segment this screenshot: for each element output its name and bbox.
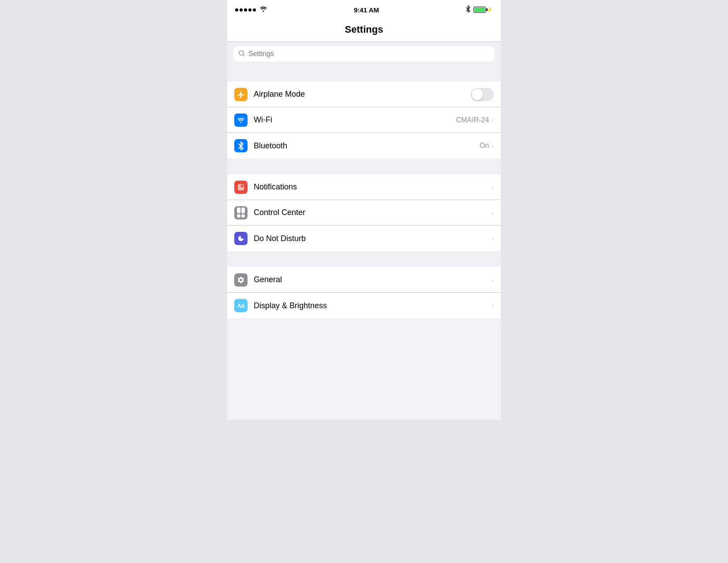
notifications-chevron: › <box>492 184 494 191</box>
search-bar[interactable] <box>233 46 495 61</box>
signal-dot-5 <box>253 8 256 11</box>
wifi-status-icon <box>259 6 267 14</box>
control-center-icon <box>234 206 248 219</box>
wifi-row[interactable]: Wi-Fi CMAIR-24 › <box>227 107 501 133</box>
signal-strength <box>235 8 256 11</box>
airplane-mode-icon <box>234 88 248 101</box>
bluetooth-chevron: › <box>492 142 494 149</box>
display-chevron: › <box>492 302 494 309</box>
signal-dot-4 <box>248 8 251 11</box>
section-gap-3 <box>227 251 501 267</box>
do-not-disturb-icon <box>234 232 248 245</box>
airplane-mode-row[interactable]: Airplane Mode <box>227 82 501 107</box>
general-chevron: › <box>492 276 494 283</box>
search-icon <box>239 50 245 58</box>
control-center-chevron: › <box>492 209 494 216</box>
page-title: Settings <box>227 24 501 35</box>
bluetooth-row[interactable]: Bluetooth On › <box>227 133 501 159</box>
do-not-disturb-chevron: › <box>492 235 494 242</box>
battery-icon <box>473 7 486 13</box>
svg-line-1 <box>243 55 244 56</box>
system-group: General › AA Display & Brightness › <box>227 267 501 318</box>
toggle-knob <box>472 89 483 100</box>
bluetooth-icon <box>234 139 248 152</box>
section-gap-2 <box>227 159 501 174</box>
wifi-label: Wi-Fi <box>254 115 456 125</box>
alerts-group: Notifications › Control Center › <box>227 174 501 251</box>
bluetooth-value: On <box>480 142 489 150</box>
signal-dot-2 <box>240 8 243 11</box>
notifications-row[interactable]: Notifications › <box>227 174 501 200</box>
wifi-icon <box>234 113 248 127</box>
display-row[interactable]: AA Display & Brightness › <box>227 293 501 318</box>
battery-indicator: ⚡ <box>473 7 493 13</box>
connectivity-group: Airplane Mode Wi-Fi CMAIR-24 › <box>227 82 501 159</box>
aa-text: AA <box>237 302 245 309</box>
wifi-chevron: › <box>492 117 494 124</box>
phone-frame: 9:41 AM ⚡ Settings <box>227 0 501 419</box>
airplane-mode-label: Airplane Mode <box>254 90 471 99</box>
section-gap-top <box>227 66 501 82</box>
notifications-label: Notifications <box>254 182 492 192</box>
general-icon <box>234 273 248 287</box>
bluetooth-status-icon <box>465 5 471 14</box>
bluetooth-label: Bluetooth <box>254 141 480 151</box>
page-title-bar: Settings <box>227 19 501 42</box>
status-bar: 9:41 AM ⚡ <box>227 0 501 19</box>
status-right: ⚡ <box>465 5 493 14</box>
display-icon: AA <box>234 299 248 312</box>
general-label: General <box>254 275 492 284</box>
status-left <box>235 6 267 14</box>
control-center-row[interactable]: Control Center › <box>227 200 501 226</box>
notifications-icon <box>234 181 248 194</box>
airplane-mode-toggle[interactable] <box>471 88 494 101</box>
do-not-disturb-row[interactable]: Do Not Disturb › <box>227 226 501 251</box>
battery-fill <box>474 8 485 12</box>
display-label: Display & Brightness <box>254 301 492 310</box>
search-input[interactable] <box>248 50 489 58</box>
do-not-disturb-label: Do Not Disturb <box>254 234 492 243</box>
control-center-label: Control Center <box>254 208 492 217</box>
signal-dot-3 <box>244 8 247 11</box>
wifi-value: CMAIR-24 <box>456 116 489 124</box>
search-area <box>227 42 501 66</box>
status-time: 9:41 AM <box>354 6 379 14</box>
charging-icon: ⚡ <box>487 7 493 13</box>
general-row[interactable]: General › <box>227 267 501 293</box>
signal-dot-1 <box>235 8 238 11</box>
